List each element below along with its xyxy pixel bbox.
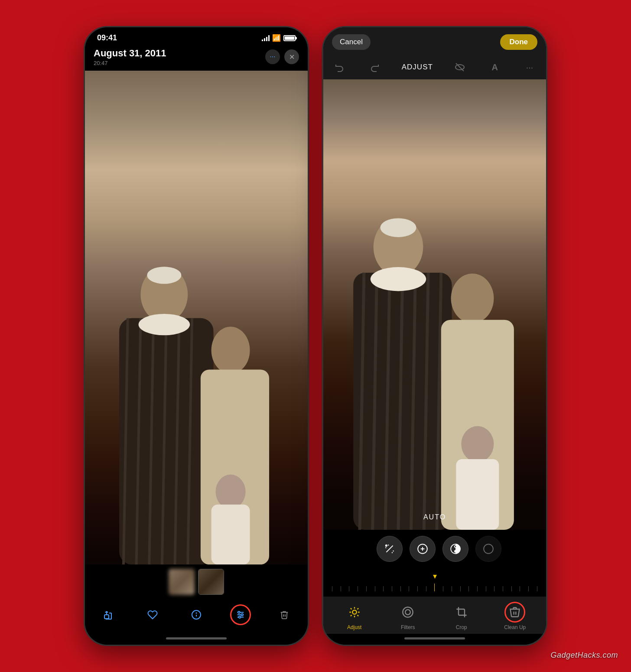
slider-center-marker: ▾: [433, 571, 437, 581]
extra-tool-button[interactable]: [475, 536, 501, 562]
hide-original-button[interactable]: [452, 59, 468, 75]
tick: [392, 586, 392, 591]
editor-top-bar: Cancel Done: [323, 27, 546, 55]
svg-point-8: [139, 314, 190, 335]
editor-mode-label: ADJUST: [402, 63, 433, 72]
photo-header-left: August 31, 2011 20:47: [94, 48, 166, 66]
svg-point-50: [352, 610, 356, 614]
photo-header: August 31, 2011 20:47 ··· ✕: [85, 46, 308, 71]
right-phone: Cancel Done ADJUST: [322, 26, 547, 646]
battery-fill: [285, 36, 294, 40]
home-indicator-left: [85, 634, 308, 645]
done-button[interactable]: Done: [500, 34, 538, 50]
magic-wand-button[interactable]: [377, 536, 403, 562]
tick: [366, 586, 367, 591]
photo-time-subtitle: 20:47: [94, 60, 166, 66]
redo-button[interactable]: [367, 59, 382, 75]
crop-tab-icon: [451, 602, 472, 623]
undo-button[interactable]: [332, 59, 348, 75]
tick: [358, 586, 358, 591]
tick: [349, 586, 349, 591]
status-icons: 📶: [262, 34, 296, 42]
info-button[interactable]: [186, 604, 207, 625]
share-button[interactable]: [98, 604, 119, 625]
tick: [426, 586, 426, 591]
tab-crop[interactable]: Crop: [446, 602, 477, 630]
tick: [528, 586, 529, 591]
home-indicator-right: [323, 634, 546, 645]
tick: [460, 586, 461, 591]
adjust-tab-icon: [344, 602, 365, 623]
cleanup-tab-label: Clean Up: [504, 624, 526, 630]
photo-background: [85, 71, 308, 564]
svg-point-42: [386, 545, 387, 546]
tick: [537, 586, 537, 591]
tab-cleanup[interactable]: Clean Up: [500, 602, 530, 630]
crop-tab-label: Crop: [456, 624, 467, 630]
filters-tab-icon: [397, 602, 418, 623]
cancel-button[interactable]: Cancel: [332, 34, 371, 50]
editor-toolbar: ADJUST A ···: [323, 55, 546, 79]
delete-button[interactable]: [274, 604, 295, 625]
more-options-button[interactable]: ···: [265, 49, 280, 64]
left-phone: 09:41 📶 August 31, 2011 20:47 ···: [84, 26, 309, 646]
slider-row[interactable]: ▾: [323, 568, 546, 597]
heart-button[interactable]: [142, 604, 163, 625]
svg-point-47: [455, 545, 456, 547]
tick: [443, 586, 443, 591]
svg-rect-14: [104, 615, 109, 619]
more-dots-icon: ···: [270, 53, 275, 61]
tick: [503, 586, 503, 591]
close-icon: ✕: [289, 53, 295, 61]
svg-point-12: [215, 474, 245, 509]
photo-area-left: [85, 71, 308, 564]
svg-point-51: [403, 607, 413, 617]
svg-rect-40: [456, 459, 499, 530]
add-adjustment-button[interactable]: [410, 536, 436, 562]
thumbnail-strip: [85, 564, 308, 599]
magic-tools-row: [323, 530, 546, 568]
watermark: GadgetHacks.com: [550, 651, 618, 660]
auto-enhance-button[interactable]: A: [487, 59, 503, 75]
tick: [375, 586, 375, 591]
editor-more-button[interactable]: ···: [522, 59, 537, 75]
thumbnail-active[interactable]: [198, 569, 224, 595]
svg-point-23: [238, 616, 241, 618]
bottom-toolbar-left: [85, 599, 308, 634]
svg-point-36: [380, 218, 416, 237]
editor-tabs: Adjust Filters: [323, 597, 546, 634]
tick: [409, 586, 409, 591]
battery-icon: [283, 35, 296, 41]
slider-ticks: [332, 583, 537, 591]
svg-point-35: [371, 267, 426, 291]
editor-photo-area: AUTO: [323, 79, 546, 530]
time-display: 09:41: [97, 33, 117, 42]
close-button[interactable]: ✕: [284, 49, 299, 64]
outer-wrapper: 09:41 📶 August 31, 2011 20:47 ···: [12, 13, 619, 659]
svg-line-41: [386, 545, 393, 552]
adjust-button[interactable]: [230, 604, 251, 625]
cleanup-tab-icon: [504, 602, 525, 623]
tab-adjust[interactable]: Adjust: [339, 602, 370, 630]
photo-date-title: August 31, 2011: [94, 48, 166, 59]
editor-photo-overlay: [323, 79, 546, 530]
svg-point-49: [484, 544, 493, 554]
adjust-tab-label: Adjust: [347, 624, 361, 630]
tick: [332, 586, 332, 591]
tick: [400, 586, 401, 591]
editor-photo-background: AUTO: [323, 79, 546, 530]
photo-header-actions: ··· ✕: [265, 49, 299, 64]
tick: [486, 586, 486, 591]
tick: [511, 586, 512, 591]
tone-button[interactable]: [442, 536, 468, 562]
svg-point-48: [455, 550, 456, 552]
svg-point-22: [241, 614, 243, 616]
svg-point-9: [147, 267, 181, 284]
svg-point-21: [238, 611, 240, 613]
tick: [383, 586, 384, 591]
tick: [468, 586, 469, 591]
svg-point-37: [451, 274, 494, 323]
filters-tab-label: Filters: [401, 624, 415, 630]
thumbnail-blurred[interactable]: [169, 569, 195, 595]
tab-filters[interactable]: Filters: [393, 602, 423, 630]
